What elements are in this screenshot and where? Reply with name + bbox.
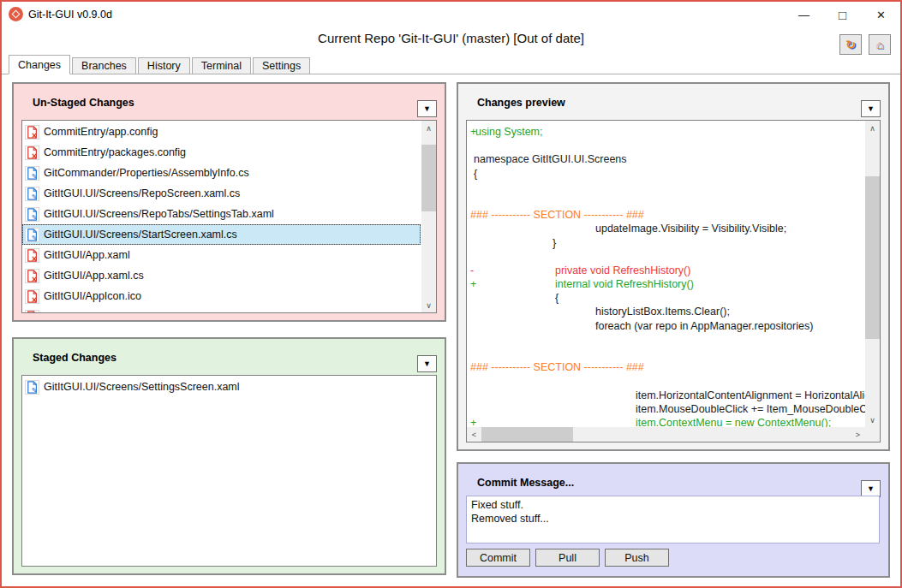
scrollbar-thumb[interactable]: [865, 176, 880, 339]
diff-line: [467, 140, 865, 153]
diff-text: item.ContextMenu = new ContextMenu();: [636, 417, 831, 427]
scrollbar-corner: [865, 427, 880, 442]
commit-actions: CommitPullPush: [466, 549, 669, 567]
file-path-label: GitItGUI.UI/Screens/RepoTabs/SettingsTab…: [44, 208, 274, 220]
svg-text:×: ×: [32, 253, 37, 261]
unstaged-file-list[interactable]: ×CommitEntry/app.config×CommitEntry/pack…: [21, 120, 437, 313]
dropdown-icon: ▼: [867, 484, 875, 493]
file-path-label: CommitEntry/packages.config: [44, 146, 186, 158]
scrollbar-thumb[interactable]: [421, 145, 436, 211]
titlebar[interactable]: Git-It-GUI v0.9.0d — □ ✕: [2, 2, 900, 27]
scroll-up-icon[interactable]: ∧: [421, 121, 436, 135]
diff-line: {: [467, 292, 865, 306]
diff-line: [467, 195, 865, 209]
file-row[interactable]: ✎GitCommander/Properties/AssemblyInfo.cs: [22, 163, 421, 183]
tab-branches[interactable]: Branches: [72, 57, 136, 74]
file-row[interactable]: ✎GitItGUI.UI/Screens/RepoScreen.xaml.cs: [22, 183, 421, 204]
dropdown-icon: ▼: [423, 104, 431, 113]
pull-button[interactable]: Pull: [535, 549, 600, 567]
deleted-file-icon: ×: [25, 146, 39, 160]
diff-line: updateImage.Visibility = Visibility.Visi…: [467, 223, 865, 236]
refresh-icon: ↻: [845, 38, 856, 51]
file-row[interactable]: ×CommitEntry/packages.config: [22, 142, 421, 163]
diff-text: internal void RefreshHistory(): [555, 278, 694, 290]
file-row[interactable]: ×CommitEntry/app.config: [22, 122, 421, 142]
tab-changes[interactable]: Changes: [9, 55, 70, 74]
staged-panel-title: Staged Changes: [33, 352, 116, 364]
scroll-right-icon[interactable]: >: [851, 427, 865, 442]
diff-marker: +: [470, 126, 476, 138]
svg-text:×: ×: [32, 130, 37, 138]
modified-file-icon: ✎: [25, 228, 39, 242]
diff-text: updateImage.Visibility = Visibility.Visi…: [595, 223, 786, 235]
preview-vertical-scrollbar[interactable]: ∧ ∨: [865, 121, 880, 427]
svg-text:×: ×: [32, 151, 37, 158]
svg-text:✎: ✎: [32, 234, 38, 241]
file-row[interactable]: ✎GitItGUI.UI/Screens/StartScreen.xaml.cs: [22, 224, 421, 245]
file-path-label: GitCommander/Properties/AssemblyInfo.cs: [44, 167, 249, 179]
diff-line: [467, 334, 865, 347]
diff-text: ### ----------- SECTION ----------- ###: [470, 361, 644, 373]
file-row[interactable]: ✎GitItGUI.UI/Screens/RepoTabs/SettingsTa…: [22, 204, 421, 224]
minimize-button[interactable]: —: [785, 2, 823, 27]
refresh-button[interactable]: ↻: [839, 34, 862, 55]
file-row[interactable]: ×GitItGUI/App.xaml: [22, 245, 421, 265]
commit-message-textarea[interactable]: [466, 496, 880, 543]
file-path-label: GitItGUI.UI/Screens/RepoScreen.xaml.cs: [44, 187, 240, 199]
commit-dropdown-button[interactable]: ▼: [861, 480, 881, 497]
diff-line: }: [467, 237, 865, 251]
preview-panel-title: Changes preview: [477, 97, 565, 109]
diff-preview-box[interactable]: +using System;namespace GitItGUI.UI.Scre…: [466, 120, 881, 442]
diff-line: [467, 251, 865, 264]
home-button[interactable]: ⌂: [869, 34, 891, 55]
file-path-label: GitItGUI.UI/Screens/SettingsScreen.xaml: [44, 381, 240, 393]
deleted-file-icon: ×: [25, 125, 39, 140]
diff-text: }: [553, 237, 556, 249]
diff-text: namespace GitItGUI.UI.Screens: [474, 153, 627, 165]
tab-history[interactable]: History: [138, 57, 190, 74]
app-logo-icon: [9, 7, 23, 21]
modified-file-icon: ✎: [25, 166, 39, 181]
unstaged-dropdown-button[interactable]: ▼: [417, 100, 437, 117]
svg-text:✎: ✎: [32, 386, 38, 394]
file-row[interactable]: ×GitItGUI/AppIcon.ico: [22, 286, 421, 306]
scroll-left-icon[interactable]: <: [467, 427, 481, 442]
file-row[interactable]: ✎GitItGUI.UI/Screens/SettingsScreen.xaml: [22, 377, 436, 397]
modified-file-icon: ✎: [25, 380, 39, 395]
maximize-button[interactable]: □: [823, 2, 862, 27]
svg-text:×: ×: [32, 294, 37, 302]
dropdown-icon: ▼: [423, 359, 431, 368]
staged-dropdown-button[interactable]: ▼: [417, 355, 437, 372]
diff-text: item.HorizontalContentAlignment = Horizo…: [636, 389, 865, 401]
changes-preview-panel: Changes preview ▼ +using System;namespac…: [457, 82, 890, 451]
unstaged-vertical-scrollbar[interactable]: ∧ ∨: [421, 121, 436, 312]
diff-line: ### ----------- SECTION ----------- ###: [467, 209, 865, 223]
commit-button[interactable]: Commit: [466, 549, 530, 567]
preview-dropdown-button[interactable]: ▼: [861, 100, 881, 117]
close-button[interactable]: ✕: [862, 2, 900, 27]
tab-terminal[interactable]: Terminal: [192, 57, 251, 74]
diff-line: namespace GitItGUI.UI.Screens: [467, 153, 865, 167]
scroll-down-icon[interactable]: ∨: [865, 413, 880, 427]
diff-text: {: [555, 292, 559, 304]
diff-text: historyListBox.Items.Clear();: [595, 306, 730, 318]
svg-text:✎: ✎: [32, 213, 38, 221]
push-button[interactable]: Push: [605, 549, 669, 567]
scroll-up-icon[interactable]: ∧: [865, 121, 880, 135]
diff-line: [467, 181, 865, 195]
file-row[interactable]: ×GitItGUI/AppSettings.Base.xaml: [22, 306, 421, 312]
diff-line: {: [467, 168, 865, 181]
diff-line: item.MouseDoubleClick += Item_MouseDoubl…: [467, 403, 865, 417]
svg-text:✎: ✎: [32, 193, 38, 200]
scrollbar-thumb[interactable]: [481, 427, 573, 442]
deleted-file-icon: ×: [25, 248, 39, 263]
staged-file-list[interactable]: ✎GitItGUI.UI/Screens/SettingsScreen.xaml: [21, 375, 437, 567]
deleted-file-icon: ×: [25, 310, 39, 313]
window-title: Git-It-GUI v0.9.0d: [28, 2, 112, 27]
tab-settings[interactable]: Settings: [253, 57, 310, 74]
unstaged-changes-panel: Un-Staged Changes ▼ ×CommitEntry/app.con…: [12, 82, 446, 322]
scroll-down-icon[interactable]: ∨: [421, 298, 436, 312]
diff-marker: +: [470, 417, 476, 427]
preview-horizontal-scrollbar[interactable]: < >: [467, 427, 865, 442]
file-row[interactable]: ×GitItGUI/App.xaml.cs: [22, 265, 421, 286]
